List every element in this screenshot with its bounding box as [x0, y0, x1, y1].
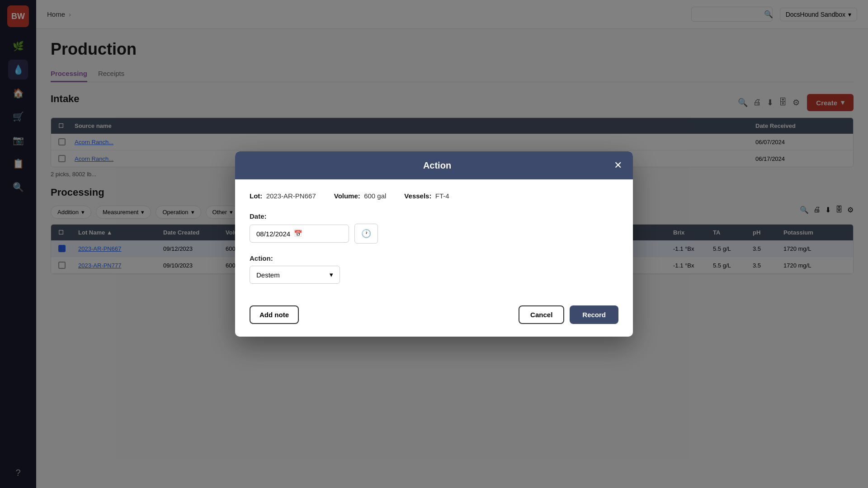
modal-body: Lot: 2023-AR-PN667 Volume: 600 gal Vesse…	[235, 179, 633, 296]
action-chevron-icon: ▾	[330, 271, 333, 279]
action-selected-value: Destem	[256, 271, 280, 279]
record-button[interactable]: Record	[570, 305, 618, 324]
modal-header: Action ✕	[235, 151, 633, 179]
date-field-label: Date:	[250, 212, 618, 220]
modal-close-button[interactable]: ✕	[614, 160, 622, 171]
cancel-button[interactable]: Cancel	[519, 305, 564, 324]
modal-title: Action	[260, 160, 614, 171]
calendar-icon: 📅	[294, 230, 302, 238]
modal-footer: Add note Cancel Record	[235, 296, 633, 337]
modal-volume-label: Volume:	[334, 192, 360, 200]
add-note-button[interactable]: Add note	[250, 305, 299, 324]
action-field-label: Action:	[250, 254, 618, 262]
modal-meta: Lot: 2023-AR-PN667 Volume: 600 gal Vesse…	[250, 192, 618, 200]
modal-vessels-label: Vessels:	[404, 192, 431, 200]
action-modal: Action ✕ Lot: 2023-AR-PN667 Volume: 600 …	[235, 151, 633, 337]
modal-vessels-value: FT-4	[435, 192, 449, 200]
modal-lot: Lot: 2023-AR-PN667	[250, 192, 316, 200]
modal-overlay[interactable]: Action ✕ Lot: 2023-AR-PN667 Volume: 600 …	[0, 0, 868, 488]
modal-lot-label: Lot:	[250, 192, 262, 200]
action-select[interactable]: Destem ▾	[250, 266, 340, 284]
modal-lot-value: 2023-AR-PN667	[266, 192, 316, 200]
modal-vessels: Vessels: FT-4	[404, 192, 449, 200]
modal-action-buttons: Cancel Record	[519, 305, 618, 324]
modal-volume-value: 600 gal	[364, 192, 386, 200]
time-button[interactable]: 🕐	[354, 224, 378, 244]
modal-volume: Volume: 600 gal	[334, 192, 387, 200]
date-row: 08/12/2024 📅 🕐	[250, 224, 618, 244]
date-input[interactable]: 08/12/2024 📅	[250, 225, 349, 243]
date-value: 08/12/2024	[256, 230, 290, 238]
